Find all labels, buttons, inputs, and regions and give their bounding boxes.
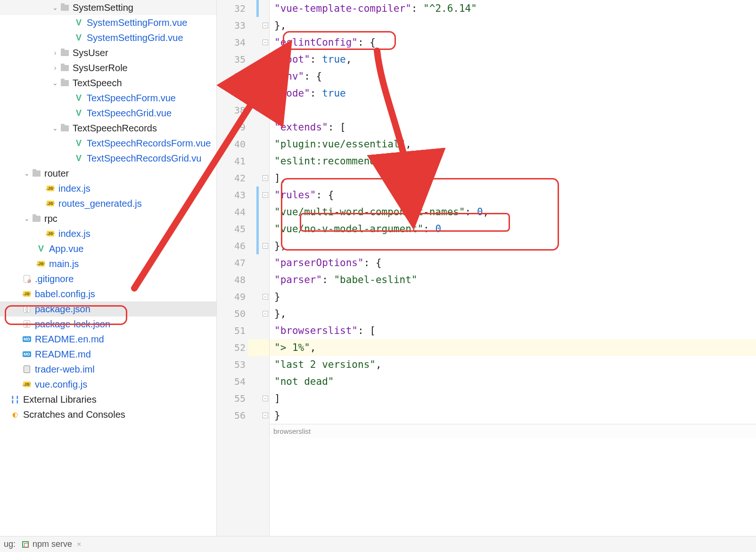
tree-item[interactable]: ⌄rpc <box>0 211 216 226</box>
breadcrumb-bar[interactable]: browserslist <box>270 424 756 438</box>
code-line[interactable]: ], <box>270 170 756 187</box>
gutter-line[interactable]: 40 <box>217 136 269 153</box>
code-line[interactable]: "last 2 versions", <box>270 356 756 373</box>
tree-item[interactable]: MDREADME.en.md <box>0 332 216 347</box>
gutter-line[interactable]: 51 <box>217 322 269 339</box>
code-line[interactable]: }, <box>270 305 756 322</box>
gutter-line[interactable]: 32 <box>217 0 269 17</box>
gutter-line[interactable]: 39 <box>217 119 269 136</box>
code-line[interactable]: "extends": [ <box>270 119 756 136</box>
tree-item[interactable]: {}package.json <box>0 301 216 317</box>
chevron-down-icon[interactable]: ⌄ <box>51 79 59 87</box>
code-line[interactable]: } <box>270 407 756 424</box>
code-editor[interactable]: "vue-template-compiler": "^2.6.14" }, "e… <box>270 0 756 552</box>
code-line[interactable]: "env": { <box>270 68 756 85</box>
tree-item[interactable]: ⌄router <box>0 166 216 181</box>
tree-item[interactable]: VSystemSettingForm.vue <box>0 15 216 30</box>
chevron-right-icon[interactable]: › <box>51 64 59 72</box>
tree-item[interactable]: ⌄SystemSetting <box>0 0 216 15</box>
code-line[interactable]: "not dead" <box>270 373 756 390</box>
code-line[interactable]: "vue-template-compiler": "^2.6.14" <box>270 0 756 17</box>
tree-item[interactable]: MDREADME.md <box>0 347 216 362</box>
gutter-line[interactable]: 45 <box>217 220 269 237</box>
tree-item[interactable]: JSbabel.config.js <box>0 286 216 301</box>
fold-toggle-icon[interactable]: − <box>263 192 268 198</box>
fold-toggle-icon[interactable]: − <box>263 311 268 317</box>
tree-item[interactable]: ◐Scratches and Consoles <box>0 407 216 422</box>
tree-item[interactable]: JSroutes_generated.js <box>0 196 216 211</box>
gutter-line[interactable]: 43− <box>217 187 269 203</box>
fold-toggle-icon[interactable]: − <box>263 40 268 45</box>
code-line[interactable]: "browserslist": [ <box>270 322 756 339</box>
run-config-name[interactable]: npm serve <box>33 539 72 549</box>
tree-item[interactable]: trader-web.iml <box>0 362 216 377</box>
project-tree[interactable]: ⌄SystemSettingVSystemSettingForm.vueVSys… <box>0 0 216 552</box>
code-line[interactable]: "parser": "babel-eslint" <box>270 271 756 288</box>
gutter-line[interactable]: 33− <box>217 17 269 34</box>
run-config-icon[interactable] <box>22 541 29 548</box>
close-icon[interactable]: × <box>77 540 81 549</box>
code-line[interactable]: "eslint:recommended" <box>270 153 756 170</box>
chevron-down-icon[interactable]: ⌄ <box>23 170 31 177</box>
code-line[interactable]: "vue/no-v-model-argument": 0 <box>270 220 756 237</box>
gutter-line[interactable]: 55− <box>217 390 269 407</box>
tree-item[interactable]: {}package-lock.json <box>0 317 216 332</box>
gutter-line[interactable]: 46− <box>217 237 269 254</box>
fold-toggle-icon[interactable]: − <box>263 396 268 401</box>
gutter-line[interactable]: 44 <box>217 203 269 220</box>
tree-item[interactable]: ⌄TextSpeech <box>0 75 216 90</box>
gutter-line[interactable]: 35 <box>217 51 269 68</box>
tree-item[interactable]: VSystemSettingGrid.vue <box>0 30 216 45</box>
tree-item[interactable]: ⌄TextSpeechRecords <box>0 121 216 136</box>
code-line[interactable]: "rules": { <box>270 187 756 203</box>
tree-item[interactable]: JSvue.config.js <box>0 377 216 392</box>
tree-item[interactable]: VApp.vue <box>0 241 216 256</box>
tree-item[interactable]: .gitignore <box>0 271 216 286</box>
tree-item[interactable]: VTextSpeechGrid.vue <box>0 106 216 121</box>
gutter-line[interactable]: 36+ <box>217 68 269 85</box>
gutter-line[interactable]: 37 <box>217 85 269 102</box>
gutter-line[interactable]: 49− <box>217 288 269 305</box>
gutter-line[interactable]: 34− <box>217 34 269 51</box>
gutter-line[interactable]: 48 <box>217 271 269 288</box>
breadcrumb-segment[interactable]: browserslist <box>273 427 311 435</box>
fold-toggle-icon[interactable]: − <box>263 243 268 249</box>
gutter-line[interactable]: 52💡 <box>217 339 269 356</box>
code-line[interactable]: }, <box>270 17 756 34</box>
gutter-line[interactable]: 50− <box>217 305 269 322</box>
gutter-line[interactable]: 47 <box>217 254 269 271</box>
code-line[interactable]: "parserOptions": { <box>270 254 756 271</box>
code-line[interactable]: "plugin:vue/essential", <box>270 136 756 153</box>
gutter-line[interactable]: 53 <box>217 356 269 373</box>
code-line[interactable]: "eslintConfig": { <box>270 34 756 51</box>
fold-toggle-icon[interactable]: + <box>263 73 268 79</box>
gutter-line[interactable]: 38− <box>217 102 269 119</box>
tree-item[interactable]: ›SysUserRole <box>0 60 216 75</box>
code-line[interactable]: } <box>270 288 756 305</box>
chevron-down-icon[interactable]: ⌄ <box>51 4 59 11</box>
tree-item[interactable]: JSmain.js <box>0 256 216 271</box>
fold-toggle-icon[interactable]: − <box>263 413 268 418</box>
chevron-down-icon[interactable]: ⌄ <box>23 215 31 222</box>
tree-item[interactable]: VTextSpeechRecordsGrid.vu <box>0 151 216 166</box>
chevron-right-icon[interactable]: › <box>51 49 59 57</box>
tree-item[interactable]: JSindex.js <box>0 226 216 241</box>
code-line[interactable]: "root": true, <box>270 51 756 68</box>
code-line[interactable]: "node": true <box>270 85 756 102</box>
code-line[interactable]: "> 1%", <box>270 339 756 356</box>
fold-toggle-icon[interactable]: − <box>263 107 268 113</box>
tree-item[interactable]: ›SysUser <box>0 45 216 60</box>
gutter-line[interactable]: 42− <box>217 170 269 187</box>
code-line[interactable]: }, <box>270 237 756 254</box>
code-line[interactable]: "vue/multi-word-component-names": 0, <box>270 203 756 220</box>
tree-item[interactable]: VTextSpeechRecordsForm.vue <box>0 136 216 151</box>
fold-toggle-icon[interactable]: − <box>263 175 268 181</box>
code-line[interactable]: }, <box>270 102 756 119</box>
fold-toggle-icon[interactable]: − <box>263 23 268 28</box>
chevron-down-icon[interactable]: ⌄ <box>51 124 59 132</box>
fold-toggle-icon[interactable]: − <box>263 294 268 300</box>
editor-gutter[interactable]: 3233−34−3536+3738−39404142−43−444546−474… <box>217 0 270 552</box>
gutter-line[interactable]: 56− <box>217 407 269 424</box>
tree-item[interactable]: VTextSpeechForm.vue <box>0 90 216 106</box>
tree-item[interactable]: JSindex.js <box>0 181 216 196</box>
